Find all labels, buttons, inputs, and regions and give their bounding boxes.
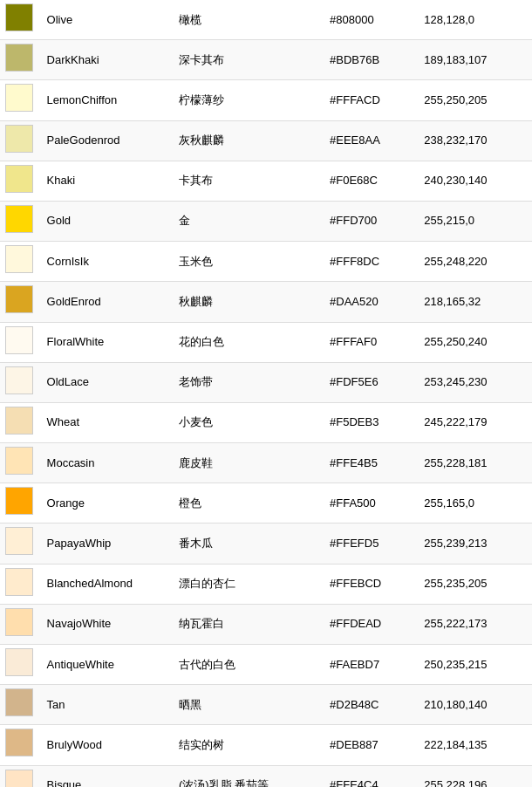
table-row: BrulyWood 结实的树 #DEB887 222,184,135: [0, 725, 532, 765]
color-swatch-cell: [0, 362, 42, 402]
color-swatch: [5, 125, 33, 153]
color-name: Wheat: [42, 402, 174, 442]
color-hex: #FFD700: [324, 201, 419, 241]
color-chinese: 秋麒麟: [174, 282, 324, 322]
color-rgb: 255,228,181: [419, 443, 532, 483]
table-row: Gold 金 #FFD700 255,215,0: [0, 201, 532, 241]
color-chinese: 晒黑: [174, 685, 324, 725]
color-chinese: 鹿皮鞋: [174, 443, 324, 483]
color-rgb: 245,222,179: [419, 402, 532, 442]
color-table: Olive 橄榄 #808000 128,128,0 DarkKhaki 深卡其…: [0, 0, 532, 787]
color-swatch-cell: [0, 765, 42, 787]
color-name: Olive: [42, 0, 174, 40]
color-swatch-cell: [0, 402, 42, 442]
table-row: CornIsIk 玉米色 #FFF8DC 255,248,220: [0, 242, 532, 282]
color-rgb: 255,250,205: [419, 80, 532, 120]
color-hex: #FFFAF0: [324, 322, 419, 362]
color-swatch: [5, 527, 33, 555]
color-name: LemonChiffon: [42, 80, 174, 120]
color-rgb: 255,222,173: [419, 604, 532, 644]
color-chinese: (浓汤)乳脂,番茄等: [174, 765, 324, 787]
color-swatch-cell: [0, 201, 42, 241]
color-swatch: [5, 3, 33, 31]
color-swatch-cell: [0, 322, 42, 362]
color-swatch-cell: [0, 483, 42, 524]
color-name: CornIsIk: [42, 242, 174, 282]
color-rgb: 255,248,220: [419, 242, 532, 282]
color-swatch: [5, 770, 33, 787]
color-swatch: [5, 729, 33, 756]
color-rgb: 250,235,215: [419, 645, 532, 685]
color-swatch: [5, 568, 33, 596]
color-rgb: 218,165,32: [419, 282, 532, 322]
color-rgb: 255,250,240: [419, 322, 532, 362]
color-hex: #F5DEB3: [324, 402, 419, 442]
color-rgb: 240,230,140: [419, 161, 532, 201]
table-row: PapayaWhip 番木瓜 #FFEFD5 255,239,213: [0, 524, 532, 564]
color-hex: #FFF8DC: [324, 242, 419, 282]
color-name: FloralWhite: [42, 322, 174, 362]
color-hex: #DAA520: [324, 282, 419, 322]
color-rgb: 255,239,213: [419, 524, 532, 564]
color-name: GoldEnrod: [42, 282, 174, 322]
color-rgb: 255,228,196: [419, 765, 532, 787]
color-swatch: [5, 648, 33, 676]
color-swatch: [5, 688, 33, 716]
color-name: PapayaWhip: [42, 524, 174, 564]
table-row: Tan 晒黑 #D2B48C 210,180,140: [0, 685, 532, 725]
color-hex: #FFDEAD: [324, 604, 419, 644]
color-chinese: 古代的白色: [174, 645, 324, 685]
color-swatch-cell: [0, 282, 42, 322]
color-swatch: [5, 245, 33, 273]
color-swatch: [5, 84, 33, 112]
table-row: Olive 橄榄 #808000 128,128,0: [0, 0, 532, 40]
color-hex: #FFEBCD: [324, 564, 419, 604]
color-rgb: 255,215,0: [419, 201, 532, 241]
color-chinese: 柠檬薄纱: [174, 80, 324, 120]
color-chinese: 橄榄: [174, 0, 324, 40]
table-row: AntiqueWhite 古代的白色 #FAEBD7 250,235,215: [0, 645, 532, 685]
color-hex: #BDB76B: [324, 40, 419, 80]
table-row: PaleGodenrod 灰秋麒麟 #EEE8AA 238,232,170: [0, 120, 532, 161]
color-rgb: 255,235,205: [419, 564, 532, 604]
color-hex: #FFE4C4: [324, 765, 419, 787]
color-name: NavajoWhite: [42, 604, 174, 644]
color-swatch-cell: [0, 40, 42, 80]
color-rgb: 210,180,140: [419, 685, 532, 725]
color-name: OldLace: [42, 362, 174, 402]
color-chinese: 漂白的杏仁: [174, 564, 324, 604]
color-chinese: 小麦色: [174, 402, 324, 442]
color-swatch-cell: [0, 564, 42, 604]
table-row: Khaki 卡其布 #F0E68C 240,230,140: [0, 161, 532, 201]
color-hex: #FDF5E6: [324, 362, 419, 402]
color-swatch-cell: [0, 725, 42, 765]
color-swatch-cell: [0, 120, 42, 161]
color-chinese: 老饰带: [174, 362, 324, 402]
color-name: Bisque: [42, 765, 174, 787]
color-swatch: [5, 326, 33, 354]
color-rgb: 222,184,135: [419, 725, 532, 765]
color-rgb: 255,165,0: [419, 483, 532, 524]
color-rgb: 253,245,230: [419, 362, 532, 402]
table-row: Bisque (浓汤)乳脂,番茄等 #FFE4C4 255,228,196: [0, 765, 532, 787]
color-swatch-cell: [0, 604, 42, 644]
color-swatch: [5, 205, 33, 233]
table-row: OldLace 老饰带 #FDF5E6 253,245,230: [0, 362, 532, 402]
table-row: LemonChiffon 柠檬薄纱 #FFFACD 255,250,205: [0, 80, 532, 120]
color-hex: #FFA500: [324, 483, 419, 524]
color-swatch: [5, 407, 33, 435]
color-name: Orange: [42, 483, 174, 524]
color-hex: #FFE4B5: [324, 443, 419, 483]
color-chinese: 番木瓜: [174, 524, 324, 564]
color-swatch-cell: [0, 645, 42, 685]
table-row: Orange 橙色 #FFA500 255,165,0: [0, 483, 532, 524]
color-chinese: 深卡其布: [174, 40, 324, 80]
color-chinese: 玉米色: [174, 242, 324, 282]
color-swatch: [5, 608, 33, 636]
color-hex: #808000: [324, 0, 419, 40]
color-swatch: [5, 285, 33, 313]
color-swatch-cell: [0, 80, 42, 120]
color-name: AntiqueWhite: [42, 645, 174, 685]
table-row: DarkKhaki 深卡其布 #BDB76B 189,183,107: [0, 40, 532, 80]
color-name: DarkKhaki: [42, 40, 174, 80]
